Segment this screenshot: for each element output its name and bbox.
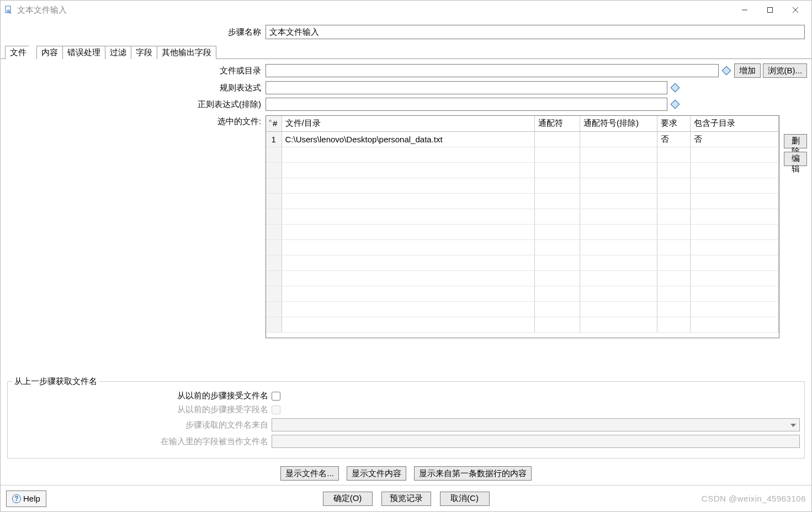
- col-wildcard[interactable]: 通配符: [535, 116, 580, 131]
- table-row[interactable]: .: [266, 162, 779, 178]
- prev-step-legend: 从上一步骤获取文件名: [12, 376, 99, 387]
- cancel-button[interactable]: 取消(C): [440, 492, 490, 506]
- variable-icon[interactable]: [671, 83, 680, 93]
- table-side-buttons: 删除 编辑: [779, 115, 807, 166]
- footer: ? Help 确定(O) 预览记录 取消(C) CSDN @weixin_459…: [1, 485, 811, 511]
- files-table-container: ^# 文件/目录 通配符 通配符号(排除) 要求 包含子目录 1 C:\User…: [266, 115, 779, 338]
- table-row[interactable]: .: [266, 209, 779, 224]
- prev-step-fieldset: 从上一步骤获取文件名 从以前的步骤接受文件名 从以前的步骤接受字段名 步骤读取的…: [7, 381, 805, 458]
- step-name-row: 步骤名称: [1, 19, 811, 45]
- delete-button[interactable]: 删除: [784, 134, 807, 148]
- col-file[interactable]: 文件/目录: [282, 116, 535, 131]
- cell-wildcard[interactable]: [535, 131, 580, 147]
- footer-center-buttons: 确定(O) 预览记录 取消(C): [323, 492, 490, 506]
- table-row[interactable]: 1 C:\Users\lenovo\Desktop\personal_data.…: [266, 131, 779, 147]
- ok-button[interactable]: 确定(O): [323, 492, 373, 506]
- step-name-input[interactable]: [266, 25, 805, 39]
- help-label: Help: [23, 494, 40, 503]
- app-icon: [4, 5, 14, 15]
- tab-error[interactable]: 错误处理: [63, 46, 105, 59]
- svg-rect-3: [768, 8, 773, 13]
- selected-files-label: 选中的文件:: [5, 115, 266, 127]
- col-subdirs[interactable]: 包含子目录: [691, 116, 779, 131]
- regex-input[interactable]: [266, 81, 667, 94]
- table-row[interactable]: .: [266, 178, 779, 193]
- tab-content[interactable]: 内容: [36, 46, 63, 59]
- close-button[interactable]: [783, 2, 808, 18]
- tab-fields[interactable]: 字段: [131, 46, 157, 59]
- accept-filename-checkbox[interactable]: [272, 392, 280, 401]
- step-source-label: 步骤读取的文件名来自: [12, 420, 272, 430]
- file-or-dir-label: 文件或目录: [5, 66, 266, 76]
- maximize-button[interactable]: [757, 2, 783, 18]
- tab-filter[interactable]: 过滤: [105, 46, 131, 59]
- preview-button[interactable]: 预览记录: [381, 492, 431, 506]
- add-button[interactable]: 增加: [734, 63, 761, 78]
- accept-filename-label: 从以前的步骤接受文件名: [12, 391, 272, 401]
- files-table[interactable]: ^# 文件/目录 通配符 通配符号(排除) 要求 包含子目录 1 C:\User…: [266, 116, 779, 333]
- table-row[interactable]: .: [266, 255, 779, 270]
- help-button[interactable]: ? Help: [6, 490, 46, 507]
- cell-wildcard-ex[interactable]: [580, 131, 657, 147]
- sort-icon: ^: [269, 119, 272, 125]
- col-wildcard-ex[interactable]: 通配符号(排除): [580, 116, 657, 131]
- regex-exclude-label: 正则表达式(排除): [5, 99, 266, 110]
- show-first-row-button[interactable]: 显示来自第一条数据行的内容: [414, 466, 532, 481]
- titlebar: 文本文件输入: [1, 1, 811, 19]
- table-row[interactable]: .: [266, 286, 779, 301]
- row-file-or-dir: 文件或目录 增加 浏览(B)...: [5, 63, 807, 78]
- accept-field-label: 从以前的步骤接受字段名: [12, 404, 272, 415]
- row-regex: 规则表达式: [5, 81, 807, 94]
- cell-subdirs[interactable]: 否: [691, 131, 779, 147]
- cell-file[interactable]: C:\Users\lenovo\Desktop\personal_data.tx…: [282, 131, 535, 147]
- help-icon: ?: [12, 494, 21, 503]
- table-row[interactable]: .: [266, 317, 779, 332]
- row-field-as-filename: 在输入里的字段被当作文件名: [12, 435, 800, 448]
- cell-num: 1: [266, 131, 282, 147]
- tab-other-output[interactable]: 其他输出字段: [157, 46, 216, 59]
- regex-label: 规则表达式: [5, 83, 266, 93]
- dialog-window: 文本文件输入 步骤名称 文件 内容 错误处理 过滤 字段 其他输出字段 文件或目…: [0, 0, 812, 512]
- col-required[interactable]: 要求: [657, 116, 691, 131]
- step-source-combo: [272, 418, 800, 431]
- table-row[interactable]: .: [266, 147, 779, 162]
- table-header-row: ^# 文件/目录 通配符 通配符号(排除) 要求 包含子目录: [266, 116, 779, 131]
- table-row[interactable]: .: [266, 270, 779, 286]
- variable-icon[interactable]: [721, 66, 731, 76]
- accept-field-checkbox: [272, 406, 280, 414]
- table-row[interactable]: .: [266, 224, 779, 239]
- watermark-text: CSDN @weixin_45963106: [702, 494, 806, 503]
- field-as-filename-input: [272, 435, 800, 448]
- row-regex-exclude: 正则表达式(排除): [5, 98, 807, 111]
- tab-strip: 文件 内容 错误处理 过滤 字段 其他输出字段: [1, 45, 811, 59]
- window-title: 文本文件输入: [17, 5, 67, 15]
- col-num: ^#: [266, 116, 282, 131]
- show-filenames-button[interactable]: 显示文件名...: [280, 466, 339, 481]
- browse-button[interactable]: 浏览(B)...: [763, 63, 808, 78]
- variable-icon[interactable]: [671, 100, 680, 109]
- show-content-button[interactable]: 显示文件内容: [347, 466, 406, 481]
- tab-file[interactable]: 文件: [5, 46, 36, 59]
- file-or-dir-input[interactable]: [266, 64, 719, 77]
- row-selected-files: 选中的文件: ^# 文件/目录 通配符 通配符号(排除) 要求 包含子目录: [5, 115, 807, 375]
- cell-required[interactable]: 否: [657, 131, 691, 147]
- table-row[interactable]: .: [266, 239, 779, 255]
- minimize-button[interactable]: [732, 2, 757, 18]
- step-name-label: 步骤名称: [1, 27, 266, 38]
- table-row[interactable]: .: [266, 301, 779, 317]
- row-step-source: 步骤读取的文件名来自: [12, 418, 800, 431]
- tab-body-file: 文件或目录 增加 浏览(B)... 规则表达式 正则表达式(排除): [1, 59, 811, 485]
- row-accept-field: 从以前的步骤接受字段名: [12, 404, 800, 415]
- svg-rect-0: [6, 6, 10, 13]
- edit-button[interactable]: 编辑: [784, 152, 807, 166]
- row-accept-filename: 从以前的步骤接受文件名: [12, 391, 800, 401]
- mid-button-row: 显示文件名... 显示文件内容 显示来自第一条数据行的内容: [5, 458, 807, 485]
- table-row[interactable]: .: [266, 193, 779, 209]
- field-as-filename-label: 在输入里的字段被当作文件名: [12, 436, 272, 447]
- regex-exclude-input[interactable]: [266, 98, 667, 111]
